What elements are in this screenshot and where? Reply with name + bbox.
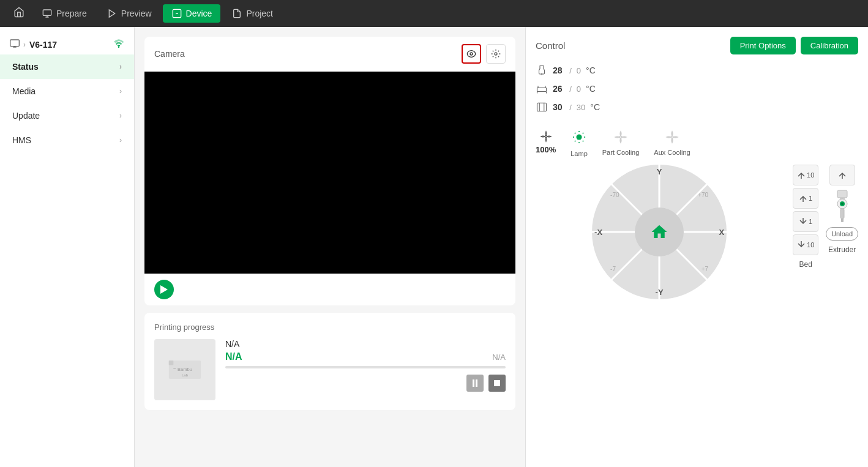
lamp-item: Lamp <box>571 130 588 157</box>
unload-button[interactable]: Unload <box>826 227 858 241</box>
play-button[interactable] <box>154 280 174 299</box>
nav-project[interactable]: Project <box>223 4 282 23</box>
sidebar: › V6-117 Status › Media › Update › HMS › <box>0 27 135 467</box>
svg-rect-23 <box>537 88 547 92</box>
pause-button[interactable] <box>466 375 484 392</box>
extruder-image <box>830 188 855 225</box>
device-name: V6-117 <box>29 40 57 50</box>
sidebar-item-media[interactable]: Media › <box>0 79 134 103</box>
controls-main: Y -Y X -X -70 +70 -7 +7 <box>536 165 858 299</box>
top-navigation: Prepare Preview Device Project <box>0 0 868 27</box>
printing-progress-title: Printing progress <box>154 323 506 332</box>
nozzle-value: 28 <box>553 65 563 75</box>
fan-lamp-section: 100% Lamp Part Cooling <box>536 130 858 157</box>
lamp-label: Lamp <box>571 150 588 157</box>
chamber-target: 30 <box>577 103 585 112</box>
chevron-icon: › <box>119 62 122 71</box>
svg-point-12 <box>495 53 497 55</box>
nav-prepare[interactable]: Prepare <box>33 4 95 23</box>
project-icon <box>231 8 242 19</box>
x-label: X <box>719 228 724 237</box>
lamp-icon <box>572 130 586 148</box>
calibration-button[interactable]: Calibration <box>801 37 858 54</box>
home-center-button[interactable] <box>635 207 684 256</box>
progress-info: N/A N/A N/A <box>225 339 506 392</box>
device-header: › V6-117 <box>0 34 134 54</box>
print-options-button[interactable]: Print Options <box>730 37 796 54</box>
camera-view <box>144 72 515 274</box>
main-layout: › V6-117 Status › Media › Update › HMS › <box>0 27 868 467</box>
bed-label: Bed <box>799 260 812 269</box>
control-title: Control <box>536 40 565 51</box>
fan-speed-icon <box>540 130 552 143</box>
svg-rect-56 <box>841 219 844 222</box>
progress-percent: N/A <box>225 351 242 362</box>
time-remaining: N/A <box>492 353 506 362</box>
chevron-icon: › <box>119 111 122 120</box>
control-panel: Control Print Options Calibration 28 <box>525 27 868 467</box>
z-down-10-button[interactable]: 10 <box>793 234 818 255</box>
z-up-1-button[interactable]: 1 <box>793 188 818 209</box>
print-thumbnail: Bambu Lab <box>154 339 215 400</box>
sidebar-item-hms[interactable]: HMS › <box>0 128 134 152</box>
progress-bar-container <box>225 366 506 368</box>
svg-rect-20 <box>476 379 477 387</box>
svg-marker-13 <box>160 285 168 294</box>
device-icon <box>171 8 182 19</box>
nozzle-separator: / <box>567 66 572 75</box>
header-buttons: Print Options Calibration <box>730 37 858 54</box>
bed-icon <box>536 83 548 95</box>
camera-settings-button[interactable] <box>486 44 506 64</box>
svg-rect-19 <box>473 379 474 387</box>
svg-line-36 <box>583 141 583 141</box>
z-down-1-button[interactable]: 1 <box>793 211 818 232</box>
bed-separator: / <box>567 84 572 94</box>
preview-icon <box>107 8 118 19</box>
svg-text:Lab: Lab <box>182 373 189 377</box>
camera-actions <box>462 44 506 64</box>
bed-value: 26 <box>553 84 563 94</box>
svg-rect-28 <box>537 103 547 111</box>
part-cooling-icon <box>614 130 627 146</box>
extruder-controls: Unload Extruder <box>826 165 858 299</box>
home-button[interactable] <box>7 3 31 24</box>
aux-cooling-label: Aux Cooling <box>654 149 690 156</box>
progress-content: Bambu Lab N/A N/A N/A <box>154 339 506 400</box>
aux-cooling-item: Aux Cooling <box>654 130 690 157</box>
svg-marker-3 <box>109 10 114 17</box>
nav-preview[interactable]: Preview <box>98 4 160 23</box>
z-up-10-button[interactable]: 10 <box>793 165 818 185</box>
control-header: Control Print Options Calibration <box>536 37 858 54</box>
svg-rect-6 <box>10 40 20 47</box>
sensors: 28 / 0 °C 26 / 0 °C <box>536 64 858 113</box>
sidebar-item-status[interactable]: Status › <box>0 54 134 79</box>
chevron-icon: › <box>119 87 122 95</box>
chamber-separator: / <box>567 103 572 112</box>
sidebar-item-update[interactable]: Update › <box>0 103 134 128</box>
part-cooling-label: Part Cooling <box>602 149 640 156</box>
diag-br: +7 <box>702 266 708 272</box>
progress-buttons <box>225 375 506 392</box>
chamber-unit: °C <box>590 102 600 112</box>
joystick-area: Y -Y X -X -70 +70 -7 +7 <box>536 165 783 299</box>
svg-text:Bambu: Bambu <box>178 367 192 372</box>
camera-panel: Camera <box>135 27 525 467</box>
prepare-icon <box>42 8 53 19</box>
stop-button[interactable] <box>488 375 506 392</box>
svg-point-11 <box>470 53 473 55</box>
nav-device[interactable]: Device <box>163 4 221 23</box>
nozzle-icon <box>536 64 548 77</box>
extruder-up-button[interactable] <box>829 165 855 185</box>
breadcrumb-arrow: › <box>23 40 26 49</box>
progress-row: N/A N/A <box>225 351 506 362</box>
svg-rect-0 <box>43 10 51 15</box>
diag-tl: -70 <box>610 192 619 198</box>
camera-title: Camera <box>154 49 185 59</box>
ny-label: -Y <box>656 288 664 297</box>
camera-eye-button[interactable] <box>462 44 481 64</box>
chevron-icon: › <box>119 136 122 144</box>
svg-line-39 <box>575 141 575 141</box>
camera-section: Camera <box>144 37 515 305</box>
svg-point-32 <box>576 134 582 140</box>
nozzle-sensor: 28 / 0 °C <box>536 64 858 77</box>
